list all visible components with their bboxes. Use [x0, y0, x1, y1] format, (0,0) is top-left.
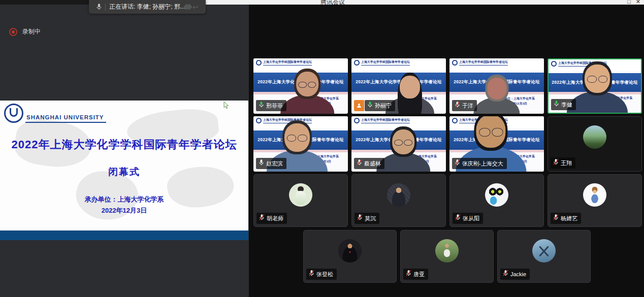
- participant-name: 王翔: [561, 159, 572, 167]
- name-label: 张登松: [306, 269, 337, 280]
- participant-name: 于洋: [462, 102, 473, 110]
- speaking-text: 正在讲话: 李健; 孙丽宁; 邢...: [109, 3, 185, 11]
- university-seal-icon: [4, 104, 23, 123]
- person-head: [392, 129, 414, 154]
- participant-name: 唐亚: [413, 271, 425, 278]
- name-label: 赵宏滨: [256, 158, 286, 169]
- window-title: 腾讯会议: [320, 0, 345, 5]
- participant-tile[interactable]: 上海大学化学学科国际青年学者论坛 2022年上海大学化学学科国际青年学者论坛 承…: [351, 58, 446, 114]
- meeting-window: 录制中 SHANGHAI UNIVERSITY 2022年上海大学化学学科国际青…: [0, 0, 644, 297]
- name-label: 张从阳: [453, 213, 483, 224]
- participant-tile[interactable]: 上海大学化学学科国际青年学者论坛 2022年上海大学化学学科国际青年学者论坛 承…: [253, 116, 348, 172]
- person-head: [476, 116, 506, 148]
- participant-name: 赵宏滨: [266, 160, 283, 168]
- participant-name: 莫沉: [365, 215, 376, 222]
- name-label: Jackie: [500, 269, 530, 280]
- participant-name: 胡老师: [267, 215, 283, 222]
- name-label: 王翔: [551, 157, 575, 169]
- glasses: [587, 76, 607, 83]
- participant-tile[interactable]: 胡老师: [253, 174, 348, 227]
- person-head: [400, 76, 420, 98]
- person-head: [296, 72, 318, 96]
- participant-tile[interactable]: Jackie: [497, 230, 591, 283]
- mic-status-icon: [357, 159, 362, 168]
- name-label: 孙丽宁: [354, 100, 395, 111]
- mic-status-icon: [553, 158, 559, 168]
- avatar-circle: [387, 183, 410, 207]
- mic-status-icon: [554, 100, 559, 109]
- mic-status-icon: [455, 159, 460, 168]
- avatar-circle: [583, 125, 606, 149]
- maximize-button[interactable]: □: [627, 0, 631, 5]
- avatar-circle: [532, 239, 556, 262]
- recording-label: 录制中: [22, 27, 41, 36]
- participant-tile[interactable]: 上海大学化学学科国际青年学者论坛 2022年上海大学化学学科国际青年学者论坛 承…: [548, 58, 642, 114]
- mic-status-icon: [259, 101, 264, 110]
- person-head: [487, 78, 506, 100]
- recording-indicator: 录制中: [9, 27, 41, 36]
- participant-name: 杨婧艺: [561, 215, 577, 222]
- participant-name: Jackie: [510, 271, 526, 277]
- name-label: 唐亚: [403, 269, 428, 280]
- name-label: 杨婧艺: [551, 213, 581, 224]
- name-label: 胡老师: [256, 213, 287, 224]
- window-title-bar: 腾讯会议 □ ✕: [205, 0, 644, 5]
- participant-name: 孙丽宁: [375, 102, 392, 110]
- slide-organizer: 承办单位：上海大学化学系: [0, 195, 248, 204]
- divider: [105, 4, 106, 11]
- mic-status-icon: [367, 101, 373, 110]
- name-label: 于洋: [452, 100, 477, 111]
- avatar-circle: [583, 183, 606, 207]
- name-label: 莫沉: [355, 213, 379, 224]
- avatar-circle: [338, 239, 362, 262]
- return-arrow-icon: ↩: [192, 4, 199, 11]
- glasses: [479, 128, 503, 137]
- presentation-slide: SHANGHAI UNIVERSITY 2022年上海大学化学学科国际青年学者论…: [0, 101, 248, 230]
- participant-name: 张从阳: [463, 215, 479, 222]
- overlay-ghost-icons: ↩: [186, 4, 199, 11]
- mic-status-icon: [455, 101, 460, 110]
- participant-tile[interactable]: 王翔: [548, 116, 642, 172]
- participant-tile[interactable]: 唐亚: [400, 230, 494, 283]
- avatar-circle: [485, 183, 508, 207]
- glasses: [395, 140, 412, 146]
- slide-title: 2022年上海大学化学学科国际青年学者论坛: [0, 137, 248, 152]
- recording-dot-icon: [9, 28, 17, 36]
- person-head: [284, 123, 310, 152]
- mic-status-icon: [259, 159, 264, 168]
- avatar-circle: [435, 239, 459, 262]
- slide-date: 2022年12月3日: [0, 206, 248, 215]
- participant-tile[interactable]: 上海大学化学学科国际青年学者论坛 2022年上海大学化学学科国际青年学者论坛 承…: [351, 116, 446, 172]
- close-button[interactable]: ✕: [636, 0, 640, 5]
- microphone-icon: [96, 3, 102, 11]
- glasses: [298, 82, 316, 88]
- participant-tile[interactable]: 上海大学化学学科国际青年学者论坛 2022年上海大学化学学科国际青年学者论坛 承…: [253, 58, 348, 114]
- university-logo: SHANGHAI UNIVERSITY: [4, 104, 106, 123]
- participant-tile[interactable]: 莫沉: [351, 174, 446, 227]
- name-label: 邢菲菲: [256, 100, 286, 111]
- glasses: [287, 135, 307, 142]
- participant-tile[interactable]: 上海大学化学学科国际青年学者论坛 2022年上海大学化学学科国际青年学者论坛 承…: [449, 116, 544, 172]
- mic-status-icon: [259, 214, 265, 223]
- name-label: 张庆刚-上海交大: [452, 158, 507, 169]
- participant-tile[interactable]: 张从阳: [449, 174, 544, 227]
- screen-share-pane: 录制中 SHANGHAI UNIVERSITY 2022年上海大学化学学科国际青…: [0, 0, 249, 297]
- mic-status-icon: [455, 214, 461, 223]
- participant-tile[interactable]: 上海大学化学学科国际青年学者论坛 2022年上海大学化学学科国际青年学者论坛 承…: [449, 58, 544, 114]
- name-label: 蔡盛林: [354, 158, 384, 169]
- mic-status-icon: [553, 214, 559, 223]
- slide-footer-bar: [0, 230, 248, 240]
- participant-tile[interactable]: 杨婧艺: [548, 174, 642, 227]
- mouse-cursor-icon: [223, 102, 229, 109]
- member-badge-icon: [354, 100, 364, 111]
- participant-tile[interactable]: 张登松: [303, 230, 397, 283]
- participant-name: 蔡盛林: [364, 160, 381, 168]
- name-label: 李健: [551, 99, 576, 110]
- mic-status-icon: [309, 270, 314, 279]
- speaking-bar[interactable]: 正在讲话: 李健; 孙丽宁; 邢... ↩: [89, 0, 206, 14]
- participant-name: 张登松: [316, 271, 333, 278]
- slide-subtitle: 闭幕式: [0, 166, 248, 179]
- participant-name: 邢菲菲: [266, 102, 283, 110]
- avatar-circle: [289, 183, 312, 207]
- participant-name: 张庆刚-上海交大: [462, 160, 503, 168]
